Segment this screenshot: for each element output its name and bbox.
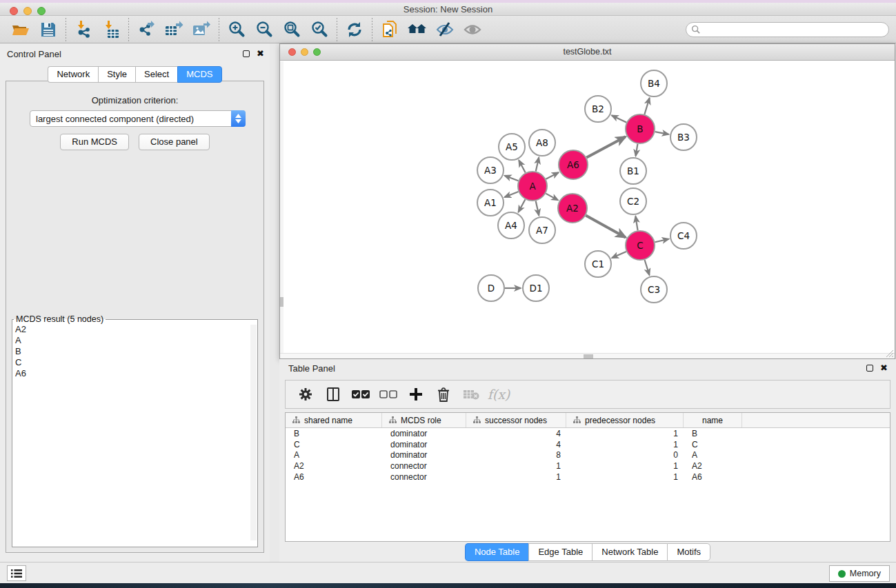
- graph-node-label: D: [488, 283, 495, 294]
- split-column-icon[interactable]: [321, 382, 345, 407]
- node-table[interactable]: shared nameMCDS rolesuccessor nodesprede…: [285, 412, 890, 542]
- zoom-selected-icon[interactable]: [306, 17, 333, 42]
- control-panel-header: Control Panel ✖: [0, 43, 270, 64]
- table-cell: B: [684, 429, 742, 438]
- graph-edge[interactable]: [536, 201, 539, 215]
- tab-edge-table[interactable]: Edge Table: [528, 543, 592, 561]
- delete-column-icon[interactable]: [432, 382, 455, 407]
- first-neighbors-icon[interactable]: [404, 17, 431, 42]
- column-header[interactable]: shared name: [286, 413, 382, 427]
- export-table-icon[interactable]: [160, 17, 188, 42]
- export-network-icon[interactable]: [132, 17, 160, 42]
- graph-node-label: A: [529, 181, 536, 192]
- unselect-all-columns-icon[interactable]: [377, 382, 400, 407]
- tab-mcds[interactable]: MCDS: [177, 66, 221, 83]
- tab-select[interactable]: Select: [135, 66, 177, 83]
- close-table-panel-icon[interactable]: ✖: [880, 365, 888, 372]
- graph-edge[interactable]: [519, 160, 526, 172]
- column-header[interactable]: predecessor nodes: [566, 413, 684, 427]
- gear-icon[interactable]: [294, 382, 317, 407]
- copy-network-icon[interactable]: [376, 17, 404, 42]
- tab-node-table[interactable]: Node Table: [465, 543, 529, 561]
- hide-flagged-icon[interactable]: [431, 17, 459, 42]
- run-mcds-button[interactable]: Run MCDS: [60, 134, 129, 150]
- graph-node-label: C3: [648, 284, 660, 295]
- table-row[interactable]: Adominator80A: [286, 450, 890, 461]
- table-row[interactable]: Cdominator41C: [286, 439, 890, 450]
- export-image-icon[interactable]: [188, 17, 215, 42]
- table-cell: 4: [466, 429, 566, 438]
- result-scrollbar[interactable]: [250, 325, 257, 540]
- zoom-fit-icon[interactable]: [278, 17, 306, 42]
- task-history-button[interactable]: [7, 565, 26, 581]
- open-file-icon[interactable]: [7, 17, 34, 42]
- table-row[interactable]: A6connector11A6: [286, 472, 890, 483]
- column-header[interactable]: MCDS role: [382, 413, 466, 427]
- graph-edge[interactable]: [504, 192, 518, 197]
- column-header[interactable]: name: [684, 413, 742, 427]
- control-panel-tabs: Network Style Select MCDS: [0, 66, 270, 83]
- graph-node-label: A2: [566, 203, 579, 214]
- search-icon: [691, 25, 701, 34]
- toolbar-separator: [219, 18, 219, 41]
- network-canvas[interactable]: AA6A2BCA5A8A3A1A4A7B2B4B3B1C2C4C1C3DD1: [280, 61, 895, 353]
- network-window-titlebar[interactable]: testGlobe.txt: [280, 44, 895, 61]
- close-panel-icon[interactable]: ✖: [257, 50, 264, 57]
- memory-label: Memory: [850, 569, 881, 578]
- control-panel: Control Panel ✖ Network Style Select MCD…: [0, 43, 270, 562]
- zoom-out-icon[interactable]: [250, 17, 278, 42]
- network-horizontal-scrollbar[interactable]: [280, 353, 895, 358]
- toolbar-separator: [66, 18, 66, 41]
- select-all-columns-icon[interactable]: [349, 382, 372, 407]
- graph-node-label: D1: [530, 283, 543, 294]
- mcds-result-item[interactable]: B: [12, 346, 257, 357]
- graph-edge[interactable]: [636, 144, 638, 156]
- table-row[interactable]: Bdominator41B: [286, 428, 890, 439]
- mcds-result-item[interactable]: A2: [12, 324, 257, 335]
- mcds-result-item[interactable]: A: [12, 335, 257, 346]
- zoom-in-icon[interactable]: [223, 17, 250, 42]
- refresh-icon[interactable]: [341, 17, 368, 42]
- table-tabs: Node Table Edge Table Network Table Moti…: [279, 543, 896, 561]
- float-table-panel-icon[interactable]: [866, 365, 873, 372]
- graph-edge[interactable]: [655, 132, 669, 134]
- table-row[interactable]: A2connector11A2: [286, 460, 890, 472]
- import-network-icon[interactable]: [70, 17, 97, 42]
- toolbar-separator: [337, 18, 337, 41]
- graph-edge[interactable]: [505, 176, 519, 181]
- resize-grip-icon[interactable]: [885, 349, 894, 358]
- graph-edge[interactable]: [536, 157, 539, 171]
- search-input[interactable]: [686, 22, 889, 37]
- add-column-icon[interactable]: [404, 382, 428, 407]
- close-panel-button[interactable]: Close panel: [139, 134, 210, 150]
- graph-edge[interactable]: [645, 260, 650, 275]
- graph-edge[interactable]: [655, 239, 668, 242]
- show-eye-icon[interactable]: [459, 17, 486, 42]
- optimization-criterion-label: Optimization criterion:: [6, 95, 263, 105]
- optimization-criterion-select[interactable]: largest connected component (directed): [30, 110, 246, 127]
- graph-edge[interactable]: [519, 199, 526, 212]
- graph-node-label: B1: [627, 165, 639, 176]
- mcds-result-item[interactable]: C: [12, 357, 257, 368]
- graph-edge[interactable]: [612, 252, 626, 258]
- graph-edge[interactable]: [586, 216, 626, 238]
- network-vertical-scrollbar[interactable]: [280, 61, 283, 353]
- save-session-icon[interactable]: [34, 17, 62, 42]
- tab-motifs[interactable]: Motifs: [667, 543, 710, 561]
- graph-edge[interactable]: [586, 136, 625, 157]
- graph-edge[interactable]: [612, 115, 626, 122]
- mcds-result-item[interactable]: A6: [12, 368, 257, 379]
- tab-style[interactable]: Style: [98, 66, 135, 83]
- float-panel-icon[interactable]: [243, 50, 250, 57]
- column-header[interactable]: successor nodes: [466, 413, 566, 427]
- tab-network[interactable]: Network: [48, 66, 98, 83]
- graph-edge[interactable]: [546, 172, 558, 179]
- tab-network-table[interactable]: Network Table: [592, 543, 667, 561]
- graph-edge[interactable]: [635, 216, 637, 231]
- graph-edge[interactable]: [546, 194, 558, 201]
- import-table-icon[interactable]: [97, 17, 125, 42]
- memory-button[interactable]: Memory: [829, 565, 890, 582]
- mcds-tab-content: Optimization criterion: largest connecte…: [6, 81, 264, 553]
- control-panel-title: Control Panel: [7, 49, 61, 59]
- graph-edge[interactable]: [644, 98, 649, 114]
